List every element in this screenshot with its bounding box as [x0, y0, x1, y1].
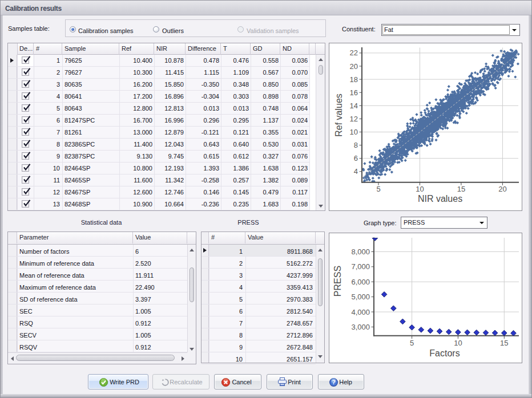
svg-text:14: 14	[350, 101, 358, 110]
svg-text:10: 10	[416, 185, 424, 193]
svg-text:5,000: 5,000	[351, 293, 370, 301]
svg-text:15: 15	[457, 185, 465, 193]
svg-text:22: 22	[350, 48, 358, 57]
svg-text:10: 10	[350, 128, 358, 136]
svg-text:NIR values: NIR values	[418, 194, 462, 204]
svg-text:3,000: 3,000	[351, 323, 370, 331]
svg-text:16: 16	[350, 88, 358, 97]
svg-text:20: 20	[350, 62, 358, 71]
svg-text:8: 8	[354, 141, 358, 149]
svg-text:18: 18	[350, 75, 358, 84]
svg-text:20: 20	[498, 185, 506, 193]
svg-text:5: 5	[410, 339, 414, 347]
svg-text:6: 6	[354, 154, 358, 163]
svg-text:4,000: 4,000	[351, 308, 370, 316]
svg-text:10: 10	[454, 339, 462, 347]
svg-text:5: 5	[376, 185, 380, 193]
svg-text:7,000: 7,000	[351, 262, 370, 271]
svg-text:8,000: 8,000	[351, 247, 370, 256]
svg-text:Factors: Factors	[429, 348, 460, 358]
svg-text:15: 15	[500, 339, 508, 347]
svg-text:Ref values: Ref values	[334, 94, 344, 137]
svg-text:12: 12	[350, 115, 358, 123]
svg-text:6,000: 6,000	[351, 278, 370, 286]
svg-text:PRESS: PRESS	[333, 266, 342, 297]
svg-text:4: 4	[354, 167, 358, 176]
